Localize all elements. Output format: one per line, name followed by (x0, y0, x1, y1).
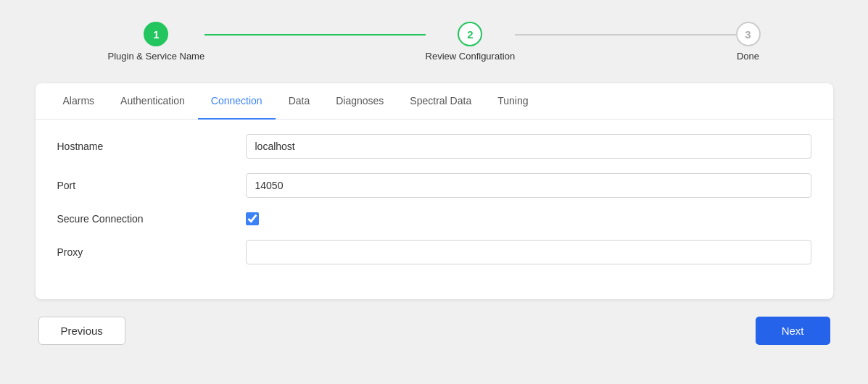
tab-tuning[interactable]: Tuning (484, 83, 541, 120)
step-3-label: Done (737, 51, 759, 62)
connection-form: Hostname Port Secure Connection Proxy (36, 120, 833, 299)
secure-connection-row: Secure Connection (57, 212, 811, 225)
next-button[interactable]: Next (756, 317, 830, 345)
step-1: 1 Plugin & Service Name (108, 22, 205, 62)
step-3: 3 Done (736, 22, 761, 62)
port-row: Port (57, 173, 811, 198)
port-input[interactable] (246, 173, 811, 198)
footer-buttons: Previous Next (36, 317, 833, 345)
tab-bar: Alarms Authentication Connection Data Di… (36, 83, 833, 120)
tab-alarms[interactable]: Alarms (50, 83, 108, 120)
port-label: Port (57, 180, 246, 191)
tab-diagnoses[interactable]: Diagnoses (323, 83, 397, 120)
previous-button[interactable]: Previous (38, 317, 125, 345)
step-3-circle: 3 (736, 22, 761, 46)
tab-spectral-data[interactable]: Spectral Data (397, 83, 484, 120)
step-line-2 (515, 34, 735, 36)
step-line-1 (204, 34, 425, 36)
hostname-row: Hostname (57, 134, 811, 159)
step-1-label: Plugin & Service Name (108, 51, 205, 62)
proxy-label: Proxy (57, 246, 246, 258)
tab-connection[interactable]: Connection (198, 83, 276, 120)
tab-authentication[interactable]: Authentication (107, 83, 198, 120)
tab-data[interactable]: Data (276, 83, 323, 120)
hostname-input[interactable] (246, 134, 811, 159)
secure-connection-label: Secure Connection (57, 213, 246, 225)
proxy-input[interactable] (246, 240, 811, 264)
secure-connection-checkbox[interactable] (246, 212, 259, 225)
hostname-label: Hostname (57, 141, 246, 152)
stepper: 1 Plugin & Service Name 2 Review Configu… (108, 22, 761, 62)
proxy-row: Proxy (57, 240, 811, 264)
step-2: 2 Review Configuration (426, 22, 516, 62)
step-2-circle: 2 (458, 22, 482, 46)
step-2-label: Review Configuration (426, 51, 516, 62)
step-1-circle: 1 (144, 22, 168, 46)
main-card: Alarms Authentication Connection Data Di… (36, 83, 833, 299)
